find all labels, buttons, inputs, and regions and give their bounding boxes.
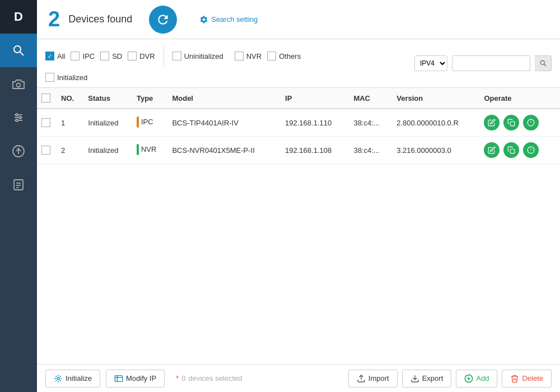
- filter-ipc-label: IPC: [82, 52, 95, 60]
- page-title: Devices found: [68, 13, 132, 25]
- cell-ip: 192.168.1.110: [281, 109, 349, 137]
- initialize-button[interactable]: Initialize: [45, 370, 100, 388]
- checkbox-initialized[interactable]: [45, 73, 54, 82]
- filter-others[interactable]: Others: [267, 52, 301, 60]
- col-model: Model: [167, 88, 281, 109]
- info-button-1[interactable]: [523, 115, 539, 130]
- ipv4-select[interactable]: IPV4 IPV6: [414, 55, 447, 71]
- sidebar: D: [0, 0, 37, 392]
- type-indicator: [137, 144, 139, 155]
- cell-version: 2.800.0000010.0.R: [392, 109, 479, 137]
- app-logo: D: [0, 0, 37, 34]
- checkbox-uninitialized[interactable]: [172, 52, 181, 60]
- import-button[interactable]: Import: [348, 370, 398, 388]
- header: 2 Devices found Search setting: [37, 0, 560, 39]
- selected-count: 0: [181, 374, 185, 382]
- selected-info: * 0 devices selected: [176, 374, 242, 382]
- checkbox-nvr[interactable]: [235, 52, 244, 60]
- edit-button-1[interactable]: [484, 115, 500, 130]
- col-operate: Operate: [479, 88, 560, 109]
- add-button[interactable]: Add: [456, 370, 497, 388]
- modify-ip-button[interactable]: Modify IP: [106, 370, 165, 388]
- selected-text: devices selected: [188, 374, 242, 382]
- sidebar-item-docs[interactable]: [0, 168, 37, 202]
- search-setting-button[interactable]: Search setting: [199, 15, 258, 24]
- export-button[interactable]: Export: [402, 370, 452, 388]
- edit-button-2[interactable]: [484, 142, 500, 158]
- delete-button[interactable]: Delete: [502, 370, 552, 388]
- filter-initialized-label: Initialized: [57, 73, 87, 82]
- cell-status: Initialized: [83, 137, 132, 164]
- filter-dvr[interactable]: DVR: [128, 52, 155, 60]
- filter-uninitialized[interactable]: Uninitialized: [172, 52, 223, 60]
- cell-model: BCS-TIP4401AIR-IV: [167, 109, 281, 137]
- filter-group: ✓ All IPC SD DVR Uninitialized: [45, 45, 412, 82]
- svg-point-0: [14, 46, 21, 53]
- table-row: 1 Initialized IPC BCS-TIP4401AIR-IV 192.…: [37, 109, 560, 137]
- cell-ip: 192.168.1.108: [281, 137, 349, 164]
- checkbox-sd[interactable]: [100, 52, 109, 60]
- filter-divider: [164, 45, 164, 67]
- filter-initialized[interactable]: Initialized: [45, 73, 87, 82]
- svg-rect-17: [510, 122, 515, 126]
- cell-type: IPC: [132, 109, 168, 137]
- filter-nvr[interactable]: NVR: [235, 52, 262, 60]
- filter-sd-label: SD: [112, 52, 122, 60]
- bottom-bar: Initialize Modify IP * 0 devices selecte…: [37, 364, 560, 392]
- sidebar-item-upload[interactable]: [0, 134, 37, 168]
- sidebar-item-tools[interactable]: [0, 101, 37, 134]
- main-content: 2 Devices found Search setting ✓ All IPC: [37, 0, 560, 392]
- filter-others-label: Others: [279, 52, 301, 60]
- search-input[interactable]: [452, 55, 530, 71]
- device-count: 2: [48, 7, 60, 31]
- checkbox-ipc[interactable]: [71, 52, 80, 60]
- sidebar-item-search[interactable]: [0, 34, 37, 67]
- col-version: Version: [392, 88, 479, 109]
- table-row: 2 Initialized NVR BCS-NVR0401X5ME-P-II 1…: [37, 137, 560, 164]
- copy-button-1[interactable]: [503, 115, 519, 130]
- device-table-container: NO. Status Type Model IP MAC Version Ope…: [37, 88, 560, 364]
- filter-sd[interactable]: SD: [100, 52, 122, 60]
- filter-ipc[interactable]: IPC: [71, 52, 95, 60]
- col-status: Status: [83, 88, 132, 109]
- search-button[interactable]: [535, 55, 552, 71]
- filter-all[interactable]: ✓ All: [45, 52, 65, 60]
- cell-version: 3.216.0000003.0: [392, 137, 479, 164]
- filter-nvr-label: NVR: [246, 52, 262, 60]
- svg-rect-11: [14, 180, 23, 190]
- svg-point-8: [16, 119, 18, 122]
- col-ip: IP: [281, 88, 349, 109]
- svg-rect-21: [510, 149, 515, 153]
- checkbox-others[interactable]: [267, 52, 276, 60]
- checkbox-all[interactable]: ✓: [45, 52, 54, 60]
- filter-bar: ✓ All IPC SD DVR Uninitialized: [37, 39, 560, 88]
- copy-button-2[interactable]: [503, 142, 519, 158]
- table-header-row: NO. Status Type Model IP MAC Version Ope…: [37, 88, 560, 109]
- cell-mac: 38:c4:...: [349, 109, 392, 137]
- cell-mac: 38:c4:...: [349, 137, 392, 164]
- col-no: NO.: [57, 88, 83, 109]
- cell-type: NVR: [132, 137, 168, 164]
- row-checkbox-2[interactable]: [41, 146, 50, 155]
- type-indicator: [137, 116, 139, 128]
- sidebar-item-camera[interactable]: [0, 67, 37, 101]
- svg-line-1: [20, 52, 24, 55]
- refresh-button[interactable]: [149, 6, 177, 34]
- svg-point-6: [16, 114, 18, 116]
- cell-status: Initialized: [83, 109, 132, 137]
- row-checkbox-1[interactable]: [41, 118, 50, 127]
- filter-all-label: All: [57, 52, 65, 60]
- checkbox-dvr[interactable]: [128, 52, 137, 60]
- cell-operate: [479, 137, 560, 164]
- cell-no: 2: [57, 137, 83, 164]
- svg-line-16: [544, 64, 546, 67]
- device-table: NO. Status Type Model IP MAC Version Ope…: [37, 88, 560, 164]
- svg-point-7: [19, 116, 21, 119]
- col-type: Type: [132, 88, 168, 109]
- select-all-checkbox[interactable]: [41, 94, 50, 102]
- info-button-2[interactable]: [523, 142, 539, 158]
- search-setting-label: Search setting: [211, 15, 258, 24]
- bottom-right: Import Export Add: [348, 370, 552, 388]
- cell-model: BCS-NVR0401X5ME-P-II: [167, 137, 281, 164]
- filter-right: IPV4 IPV6: [414, 55, 552, 71]
